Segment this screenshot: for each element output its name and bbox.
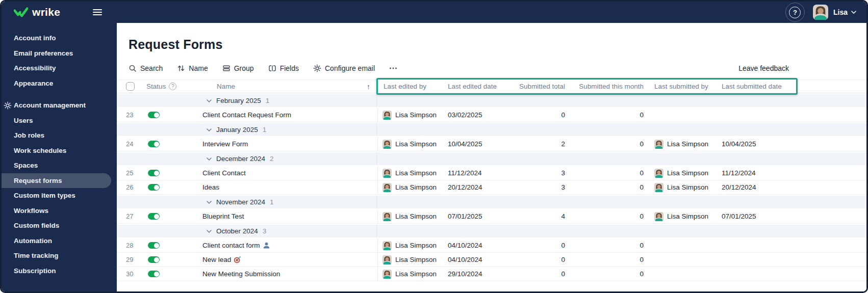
sort-icon	[177, 64, 185, 72]
last-edited-by-name: Lisa Simpson	[395, 140, 437, 148]
table-row[interactable]: 25Client ContactLisa Simpson11/12/202430…	[117, 166, 866, 180]
more-button[interactable]	[389, 64, 397, 72]
last-edited-date: 10/04/2025	[446, 140, 515, 148]
group-row-november-2024[interactable]: November 20241	[117, 196, 866, 208]
last-edited-by-name: Lisa Simpson	[395, 242, 437, 249]
status-toggle-on[interactable]	[148, 256, 160, 263]
last-edited-date: 07/01/2025	[446, 212, 515, 220]
chevron-down-icon[interactable]	[207, 128, 212, 131]
name-button[interactable]: Name	[177, 64, 208, 72]
table-body: February 2025123Client Contact Request F…	[117, 94, 866, 281]
table-row[interactable]: 23Client Contact Request FormLisa Simpso…	[117, 108, 866, 122]
sidebar-item-appearance[interactable]: Appearance	[2, 76, 117, 91]
sidebar-item-workflows[interactable]: Workflows	[2, 203, 117, 219]
status-toggle-on[interactable]	[148, 213, 160, 220]
chevron-down-icon[interactable]	[207, 201, 212, 204]
chevron-down-icon[interactable]	[851, 11, 856, 14]
status-help-icon[interactable]: ?	[169, 83, 176, 90]
select-all-checkbox[interactable]	[126, 82, 135, 91]
avatar	[382, 241, 392, 250]
table-row[interactable]: 29New leadLisa Simpson04/10/202400	[117, 253, 866, 267]
hamburger-menu-icon[interactable]	[93, 8, 103, 16]
toolbar-button-label: Configure email	[325, 64, 375, 72]
column-header-submitted-this-month[interactable]: Submitted this month	[570, 83, 649, 90]
group-label: December 2024	[216, 155, 265, 163]
sidebar-item-subscription[interactable]: Subscription	[2, 263, 117, 279]
sidebar-item-time-tracking[interactable]: Time tracking	[2, 248, 117, 263]
row-number: 27	[117, 212, 140, 220]
last-edited-by-name: Lisa Simpson	[395, 212, 437, 220]
table-row[interactable]: 26IdeasLisa Simpson20/12/202430Lisa Simp…	[117, 180, 866, 195]
sidebar-item-work-schedules[interactable]: Work schedules	[2, 143, 117, 158]
column-header-name[interactable]: Name	[217, 83, 235, 90]
sidebar-item-spaces[interactable]: Spaces	[2, 158, 117, 173]
sidebar-item-job-roles[interactable]: Job roles	[2, 128, 117, 143]
column-header-submitted-total[interactable]: Submitted total	[515, 83, 570, 90]
fields-button[interactable]: Fields	[268, 64, 299, 72]
status-toggle-on[interactable]	[148, 242, 160, 249]
sidebar-item-users[interactable]: Users	[2, 113, 117, 128]
row-number: 28	[117, 242, 140, 249]
sidebar-item-account-info[interactable]: Account info	[2, 31, 117, 46]
form-name: Client contact form	[201, 242, 377, 249]
table-row[interactable]: 28Client contact formLisa Simpson04/10/2…	[117, 238, 866, 253]
sidebar-item-label: Appearance	[14, 79, 53, 87]
toolbar-button-label: Fields	[280, 64, 299, 72]
column-header-last-submitted-date[interactable]: Last submitted date	[718, 83, 796, 90]
group-row-february-2025[interactable]: February 20251	[117, 94, 866, 107]
last-edited-by-name: Lisa Simpson	[395, 183, 437, 191]
column-header-last-edited-by[interactable]: Last edited by	[377, 83, 446, 90]
sidebar-item-custom-item-types[interactable]: Custom item types	[2, 188, 117, 203]
group-row-january-2025[interactable]: January 20251	[117, 123, 866, 136]
user-avatar[interactable]	[813, 5, 828, 20]
last-edited-by-cell: Lisa Simpson	[377, 209, 446, 223]
chevron-down-icon[interactable]	[207, 230, 212, 233]
group-button[interactable]: Group	[222, 64, 254, 72]
column-header-status[interactable]: Status	[146, 83, 166, 90]
submitted-total: 0	[515, 256, 570, 263]
row-number: 24	[117, 140, 140, 148]
last-edited-by-cell: Lisa Simpson	[377, 238, 446, 252]
status-toggle-on[interactable]	[148, 112, 160, 118]
last-submitted-by-name: Lisa Simpson	[667, 169, 708, 177]
configure-email-button[interactable]: Configure email	[313, 64, 375, 72]
chevron-down-icon[interactable]	[207, 157, 212, 161]
form-name: New Meeting Submission	[201, 270, 377, 278]
submitted-total: 4	[515, 212, 570, 220]
sidebar-item-account-management[interactable]: Account management	[2, 98, 117, 113]
submitted-this-month: 0	[570, 242, 649, 249]
column-header-last-submitted-by[interactable]: Last submitted by	[649, 83, 718, 90]
status-toggle-on[interactable]	[148, 170, 160, 176]
column-header-last-edited-date[interactable]: Last edited date	[446, 83, 515, 90]
search-button[interactable]: Search	[129, 64, 163, 72]
user-name[interactable]: Lisa	[833, 8, 848, 16]
sidebar-item-accessibility[interactable]: Accessibility	[2, 61, 117, 76]
group-row-october-2024[interactable]: October 20243	[117, 225, 866, 237]
group-row-december-2024[interactable]: December 20242	[117, 152, 866, 165]
sidebar-item-email-preferences[interactable]: Email preferences	[2, 46, 117, 61]
submitted-this-month: 0	[570, 212, 649, 220]
table-row[interactable]: 30New Meeting SubmissionLisa Simpson29/1…	[117, 267, 866, 281]
table-row[interactable]: 24Interview FormLisa Simpson10/04/202520…	[117, 137, 866, 151]
sidebar-item-label: Automation	[14, 237, 52, 245]
sidebar-nav: Account infoEmail preferencesAccessibili…	[2, 23, 117, 291]
status-toggle-on[interactable]	[148, 271, 160, 277]
help-button[interactable]: ?	[785, 3, 805, 22]
avatar	[654, 183, 663, 192]
last-submitted-by-cell: Lisa Simpson	[649, 169, 718, 178]
sort-ascending-icon[interactable]: ↑	[367, 83, 370, 91]
sidebar-item-label: Email preferences	[14, 49, 73, 57]
submitted-this-month: 0	[570, 169, 649, 177]
chevron-down-icon[interactable]	[207, 99, 212, 102]
table-row[interactable]: 27Blueprint TestLisa Simpson07/01/202540…	[117, 209, 866, 224]
more-icon	[389, 64, 397, 72]
status-toggle-on[interactable]	[148, 184, 160, 191]
leave-feedback-link[interactable]: Leave feedback	[738, 64, 789, 72]
sidebar-item-custom-fields[interactable]: Custom fields	[2, 218, 117, 233]
submitted-this-month: 0	[570, 256, 649, 263]
wrike-logo[interactable]: wrike	[14, 6, 60, 18]
last-submitted-by-name: Lisa Simpson	[667, 140, 708, 148]
sidebar-item-automation[interactable]: Automation	[2, 233, 117, 249]
sidebar-item-request-forms[interactable]: Request forms	[2, 173, 111, 189]
status-toggle-on[interactable]	[148, 141, 160, 147]
